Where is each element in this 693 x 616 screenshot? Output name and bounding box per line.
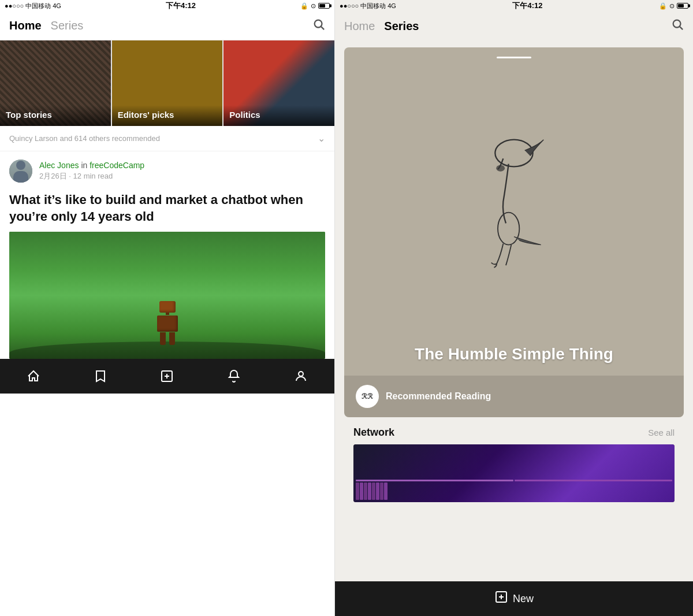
- series-title-area: The Humble Simple Thing: [344, 344, 684, 376]
- svg-point-9: [498, 212, 519, 244]
- network-title: Network: [353, 426, 394, 439]
- svg-point-8: [495, 139, 532, 166]
- series-illustration: [456, 121, 572, 283]
- left-panel: ●●○○○ 中国移动 4G 下午4:12 🔒 ⊙ Home Series: [0, 0, 335, 616]
- article-title: What it’s like to build and market a cha…: [0, 187, 334, 232]
- category-top-stories[interactable]: Top stories: [0, 40, 111, 126]
- avatar-image: [9, 159, 32, 183]
- left-signal: ●●○○○ 中国移动 4G: [5, 2, 61, 10]
- left-bottom-nav: [0, 359, 334, 394]
- category-politics-label: Politics: [229, 110, 260, 120]
- right-status-icons: 🔒 ⊙: [659, 2, 688, 10]
- new-compose-icon: [494, 590, 508, 607]
- left-status-bar: ●●○○○ 中国移动 4G 下午4:12 🔒 ⊙: [0, 0, 334, 12]
- new-button[interactable]: New: [494, 590, 534, 607]
- see-all-button[interactable]: See all: [648, 428, 675, 437]
- left-network: 4G: [53, 2, 61, 9]
- right-network: 4G: [388, 2, 396, 9]
- left-dots: ●●○○○: [5, 2, 24, 9]
- network-header: Network See all: [353, 426, 675, 439]
- right-signal: ●●○○○ 中国移动 4G: [340, 2, 396, 10]
- nav-bookmark-button[interactable]: [86, 362, 115, 391]
- in-text: in: [81, 161, 90, 170]
- recommendation-text: Quincy Larson and 614 others recommended: [9, 134, 160, 143]
- series-title-text: The Humble Simple Thing: [362, 344, 666, 364]
- chevron-down-icon[interactable]: ⌄: [318, 133, 325, 144]
- author-name[interactable]: Alec Jones: [39, 161, 79, 170]
- left-battery: [318, 3, 330, 9]
- recommendation-bar[interactable]: Quincy Larson and 614 others recommended…: [0, 126, 334, 151]
- right-time: 下午4:12: [512, 1, 542, 11]
- category-politics[interactable]: Politics: [223, 40, 334, 126]
- search-button-right[interactable]: [671, 18, 684, 34]
- category-editors-picks-label: Editors' picks: [118, 110, 174, 120]
- series-logo-text: ℛℛ: [362, 392, 373, 401]
- category-strip: Top stories Editors' picks Politics: [0, 40, 334, 126]
- tab-series-right[interactable]: Series: [384, 20, 419, 33]
- svg-line-7: [680, 27, 683, 29]
- left-status-icons: 🔒 ⊙: [300, 2, 330, 10]
- left-nav-tabs: Home Series: [9, 19, 83, 32]
- nav-profile-button[interactable]: [286, 362, 315, 391]
- tab-home-left[interactable]: Home: [9, 19, 42, 32]
- article-author-info: Alec Jones in freeCodeCamp 2月26日 · 12 mi…: [39, 161, 144, 181]
- right-wifi-icon: ⊙: [669, 2, 675, 10]
- svg-point-0: [315, 20, 322, 27]
- article-image: [9, 232, 325, 359]
- publication-name[interactable]: freeCodeCamp: [90, 161, 144, 170]
- nav-notifications-button[interactable]: [219, 362, 248, 391]
- article-byline: Alec Jones in freeCodeCamp: [39, 161, 144, 170]
- left-carrier: 中国移动: [25, 2, 51, 10]
- nav-home-button[interactable]: [19, 362, 48, 391]
- left-lock-icon: 🔒: [300, 2, 308, 10]
- search-button-left[interactable]: [312, 18, 325, 34]
- series-footer: ℛℛ Recommended Reading: [344, 376, 684, 417]
- article-meta: Alec Jones in freeCodeCamp 2月26日 · 12 mi…: [0, 151, 334, 187]
- left-nav-bar: Home Series: [0, 12, 334, 40]
- series-card[interactable]: The Humble Simple Thing ℛℛ Recommended R…: [344, 47, 684, 417]
- robot-figure: [150, 301, 185, 347]
- svg-point-6: [673, 20, 681, 28]
- nav-compose-button[interactable]: [152, 362, 181, 391]
- svg-point-10: [496, 165, 505, 171]
- left-wifi-icon: ⊙: [311, 2, 316, 10]
- category-editors-picks[interactable]: Editors' picks: [112, 40, 223, 126]
- right-nav-bar: Home Series: [335, 12, 693, 40]
- svg-point-5: [299, 372, 303, 376]
- left-time: 下午4:12: [166, 1, 196, 11]
- svg-line-1: [321, 27, 324, 29]
- read-time: 12 min read: [73, 172, 113, 180]
- article-date: 2月26日: [39, 172, 67, 180]
- tab-series-left[interactable]: Series: [51, 19, 84, 32]
- network-section: Network See all: [344, 417, 684, 507]
- series-publisher-name: Recommended Reading: [386, 391, 491, 402]
- robot-legs: [150, 332, 185, 345]
- category-top-stories-label: Top stories: [6, 110, 52, 120]
- right-lock-icon: 🔒: [659, 2, 667, 10]
- series-bird-area: [344, 58, 684, 344]
- article-date-read: 2月26日 · 12 min read: [39, 171, 144, 181]
- new-label: New: [513, 593, 534, 605]
- date-separator: ·: [69, 172, 73, 180]
- right-battery: [677, 3, 688, 9]
- right-carrier: 中国移动: [360, 2, 386, 10]
- network-image-row: [353, 444, 675, 502]
- right-panel: ●●○○○ 中国移动 4G 下午4:12 🔒 ⊙ Home Series: [335, 0, 693, 616]
- series-logo: ℛℛ: [356, 385, 379, 408]
- network-thumbnail[interactable]: [353, 444, 675, 502]
- article-image-bg: [9, 232, 325, 359]
- right-nav-tabs: Home Series: [344, 20, 419, 33]
- right-status-bar: ●●○○○ 中国移动 4G 下午4:12 🔒 ⊙: [335, 0, 693, 12]
- right-dots: ●●○○○: [340, 2, 359, 9]
- right-bottom-nav: New: [335, 581, 693, 616]
- tab-home-right[interactable]: Home: [344, 20, 375, 33]
- series-container: The Humble Simple Thing ℛℛ Recommended R…: [335, 40, 693, 581]
- avatar: [9, 159, 32, 183]
